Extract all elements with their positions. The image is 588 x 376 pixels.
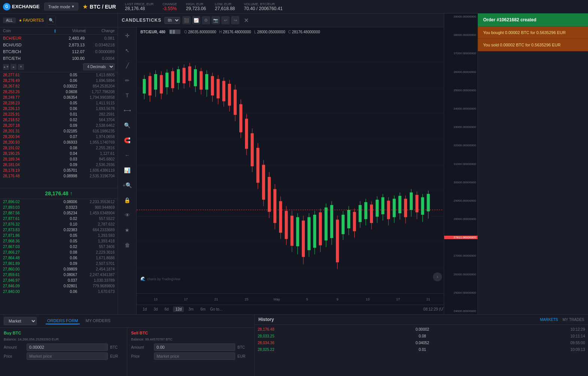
favorites-button[interactable]: ★ FAVORITES	[19, 18, 44, 22]
sort-icon-3[interactable]: ▼	[18, 64, 24, 70]
timeframe-6m-button[interactable]: 6m	[198, 306, 208, 312]
chart-svg	[137, 36, 478, 293]
trend-line-tool[interactable]: ╱	[122, 60, 133, 71]
change-radio[interactable]	[85, 29, 85, 33]
table-row: 28,226.130.061,693.5678	[0, 106, 118, 111]
svg-rect-47	[245, 119, 248, 149]
svg-rect-95	[381, 197, 384, 214]
forward-icon[interactable]: ↪	[231, 16, 239, 24]
svg-rect-109	[421, 197, 424, 215]
candlestick-type-icon[interactable]: ⬛	[182, 16, 191, 24]
trash-tool[interactable]: 🗑	[122, 240, 133, 250]
expand-chart-button[interactable]: ›	[433, 272, 442, 281]
timeframe-3d-button[interactable]: 3d	[151, 306, 160, 312]
price-label: Price	[4, 354, 24, 358]
sort-icon-1[interactable]: ▲▼	[3, 64, 9, 70]
interval-select[interactable]: 8h1h4h1d	[164, 17, 180, 24]
crosshair-tool[interactable]: ✛	[122, 30, 133, 41]
svg-rect-61	[285, 211, 288, 239]
filter-all-button[interactable]: ALL	[3, 18, 16, 23]
volume-toggle[interactable]: Volume	[55, 29, 85, 33]
svg-rect-29	[194, 69, 197, 86]
search-icon[interactable]: 🔍	[47, 16, 56, 25]
back-icon[interactable]: ↩	[221, 16, 230, 24]
history-title: History	[258, 317, 274, 322]
sell-amount-input[interactable]	[154, 343, 235, 351]
table-row: 27,859.610.080672,247.4341387	[0, 272, 118, 278]
timeframe-3m-button[interactable]: 3m	[186, 306, 196, 312]
list-item[interactable]: BTC/ETH 100.00 0.0004	[0, 55, 118, 62]
change-toggle[interactable]: Change	[85, 29, 115, 33]
svg-rect-45	[239, 104, 242, 132]
time-label: 21	[413, 297, 443, 301]
history-header: History MARKETS MY TRADES	[255, 315, 588, 325]
draw-tool[interactable]: ✏	[122, 75, 133, 86]
svg-rect-73	[319, 213, 322, 245]
timeframe-12d-button[interactable]: 12d	[173, 306, 184, 312]
order-form-header: Market Limit Stop ORDERS FORM MY ORDERS	[0, 315, 254, 328]
table-row: 28,176.48 0.00002 10:12:29	[258, 326, 585, 333]
sort-icon-2[interactable]: ▲	[10, 64, 16, 70]
decimals-select[interactable]: 4 Decimals	[83, 63, 115, 70]
svg-rect-71	[313, 215, 316, 248]
text-tool[interactable]: T	[122, 90, 133, 101]
svg-rect-111	[427, 194, 430, 211]
last-price-stat: Last price, EUR 28,176.48	[125, 2, 154, 11]
current-price-value: 28,176.48	[45, 190, 68, 196]
svg-rect-75	[325, 208, 328, 241]
coin-change: 0.081	[85, 36, 115, 40]
pair-star-icon: ★	[83, 4, 88, 10]
tab-my-trades[interactable]: MY TRADES	[563, 318, 584, 322]
svg-rect-39	[222, 81, 225, 101]
zoom-in-tool[interactable]: +🔍	[122, 180, 133, 190]
list-item[interactable]: BCH/EUR 2,483.49 0.081	[0, 35, 118, 42]
time-label: 21	[201, 297, 231, 301]
market-type-select[interactable]: Market Limit Stop	[4, 317, 37, 325]
trade-mode-button[interactable]: Trade mode ▾	[44, 3, 78, 10]
goto-button[interactable]: Go to...	[210, 307, 222, 311]
svg-rect-59	[279, 201, 282, 233]
list-item[interactable]: BCH/USD 2,873.13 0.0348218	[0, 42, 118, 48]
volume-radio[interactable]	[55, 29, 55, 33]
zoom-tool[interactable]: 🔍	[122, 120, 133, 131]
candlestick-chart: 🌊 charts by TradingView ›	[137, 36, 478, 293]
eye-tool[interactable]: 👁	[122, 210, 133, 220]
magnet-tool[interactable]: 🧲	[122, 135, 133, 146]
ob-controls: ▲▼ ▲ ▼ 4 Decimals	[0, 62, 118, 72]
buy-title: Buy BTC	[4, 331, 123, 335]
buy-price-input[interactable]	[27, 352, 108, 360]
indicator-tool[interactable]: 📊	[122, 165, 133, 175]
line-type-icon[interactable]: 📈	[192, 16, 200, 24]
pair-selector[interactable]: ★ BTC / EUR	[83, 4, 116, 10]
time-label: 17	[383, 297, 413, 301]
timeframe-1d-button[interactable]: 1d	[140, 306, 149, 312]
coin-change: 0.0348218	[85, 43, 115, 47]
tab-orders-form[interactable]: ORDERS FORM	[46, 318, 80, 324]
lock-tool[interactable]: 🔒	[122, 195, 133, 205]
close-chart-button[interactable]: ✕	[242, 16, 251, 25]
sell-price-input[interactable]	[154, 352, 235, 360]
settings-icon[interactable]: ⚙	[202, 16, 210, 24]
history-amount: 0.01	[419, 348, 426, 352]
history-amount: 0.04052	[416, 341, 429, 345]
timeframe-6d-button[interactable]: 6d	[162, 306, 171, 312]
table-row: 27,866.270.082,229.3016	[0, 250, 118, 255]
interval-actions: ⬛ 📈 ⚙ 📷 ↩ ↪	[182, 16, 239, 24]
measure-tool[interactable]: ⟷	[122, 105, 133, 116]
table-row: 28,253.260.06081,717.798208	[0, 89, 118, 95]
table-row: 27,876.320.102,787.632	[0, 221, 118, 227]
cursor-tool[interactable]: ↖	[122, 45, 133, 56]
tab-my-orders[interactable]: MY ORDERS	[84, 318, 112, 324]
form-tabs: ORDERS FORM MY ORDERS	[46, 318, 112, 324]
buy-amount-input[interactable]	[27, 343, 108, 351]
buy-balance: Balance: 14,266,056.25293393 EUR	[4, 337, 123, 341]
tab-markets[interactable]: MARKETS	[540, 318, 558, 322]
history-tabs: MARKETS MY TRADES	[540, 318, 584, 322]
screenshot-icon[interactable]: 📷	[212, 16, 220, 24]
order-form: Market Limit Stop ORDERS FORM MY ORDERS …	[0, 315, 255, 376]
list-item[interactable]: BTC/BCH 112.07 0.0000089	[0, 48, 118, 55]
back-arrow-tool[interactable]: ←	[122, 150, 133, 161]
sell-amount-label: Amount	[131, 345, 152, 349]
logo-icon: G	[3, 3, 10, 10]
star-tool[interactable]: ★	[122, 225, 133, 235]
